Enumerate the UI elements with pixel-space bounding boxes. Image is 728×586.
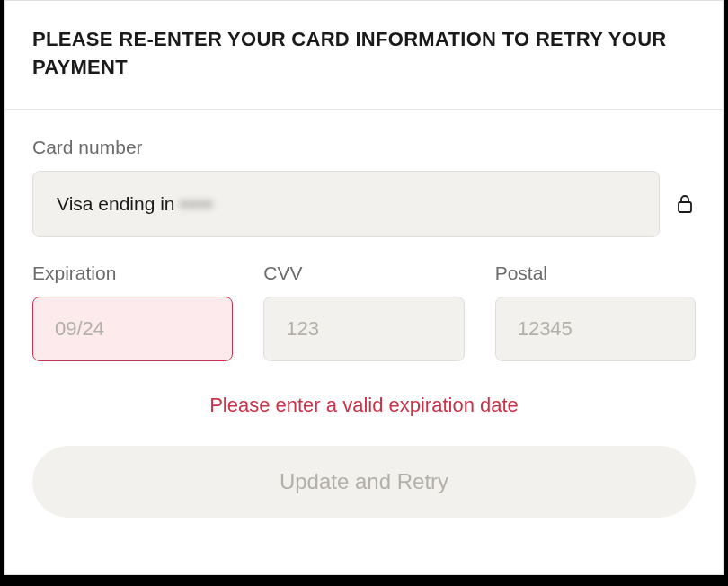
postal-input[interactable]	[495, 297, 696, 361]
card-number-display[interactable]: Visa ending in ••••	[32, 171, 660, 237]
postal-label: Postal	[495, 262, 696, 284]
modal-body: Card number Visa ending in •••• Expirati…	[5, 110, 723, 536]
cvv-label: CVV	[263, 262, 464, 284]
cvv-input[interactable]	[263, 297, 464, 361]
expiration-input[interactable]	[32, 297, 233, 361]
svg-rect-0	[679, 202, 691, 212]
cvv-group: CVV	[263, 262, 464, 361]
card-number-label: Card number	[32, 137, 696, 158]
card-number-row: Visa ending in ••••	[32, 171, 696, 237]
postal-group: Postal	[495, 262, 696, 361]
card-number-prefix: Visa ending in	[57, 193, 175, 215]
expiration-label: Expiration	[32, 262, 233, 284]
card-number-group: Card number Visa ending in ••••	[32, 137, 696, 237]
modal-title: PLEASE RE-ENTER YOUR CARD INFORMATION TO…	[32, 26, 696, 82]
card-details-row: Expiration CVV Postal	[32, 262, 696, 361]
expiration-group: Expiration	[32, 262, 233, 361]
card-number-masked: ••••	[181, 193, 214, 215]
payment-retry-modal: PLEASE RE-ENTER YOUR CARD INFORMATION TO…	[4, 0, 724, 575]
error-message: Please enter a valid expiration date	[32, 394, 696, 417]
modal-header: PLEASE RE-ENTER YOUR CARD INFORMATION TO…	[5, 1, 723, 110]
lock-icon	[674, 193, 696, 215]
update-retry-button[interactable]: Update and Retry	[32, 446, 696, 518]
